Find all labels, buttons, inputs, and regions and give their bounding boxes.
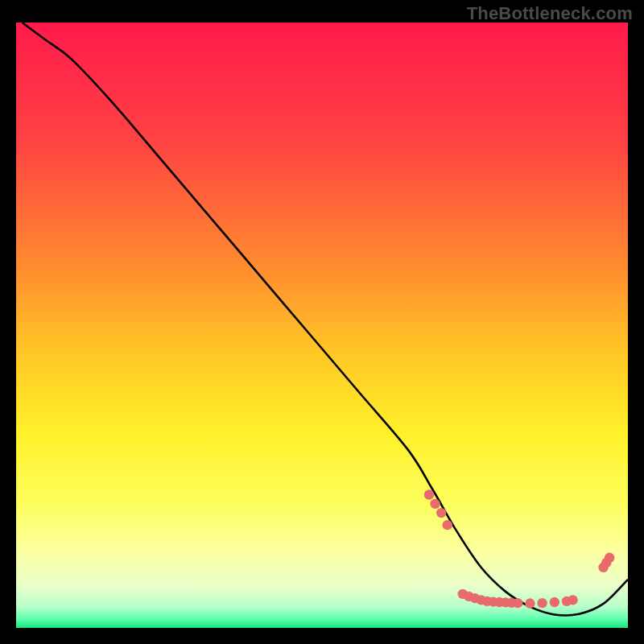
data-marker [550,597,559,607]
chart-stage: TheBottleneck.com [0,0,644,644]
data-marker [537,598,547,608]
data-marker [424,489,434,499]
curve-path [23,23,628,616]
watermark-text: TheBottleneck.com [467,3,633,24]
plot-area [16,23,628,628]
data-marker [443,520,452,530]
chart-svg [16,23,628,628]
data-marker [436,508,446,518]
data-marker [605,553,614,563]
data-marker [525,598,535,608]
data-marker [568,595,577,605]
data-marker [430,499,440,509]
markers-group [424,489,615,608]
data-marker [513,598,522,608]
